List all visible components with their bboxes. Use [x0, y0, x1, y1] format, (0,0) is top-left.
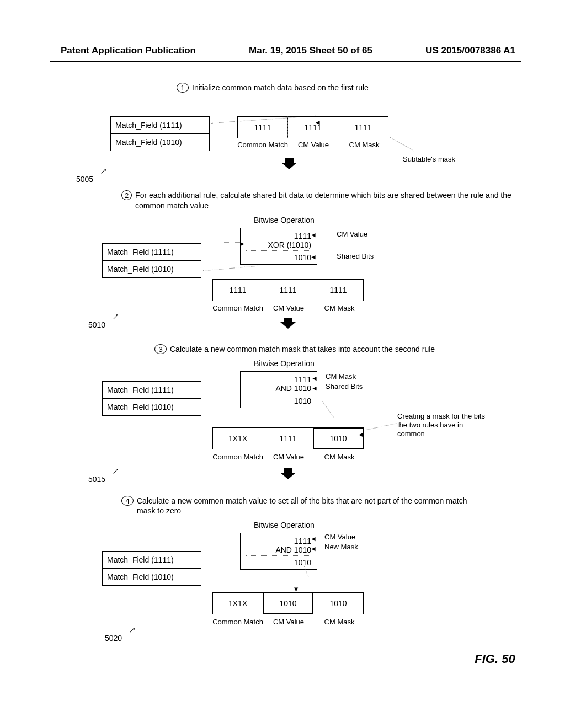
step-2-marker: 2 [121, 190, 132, 200]
header-right: US 2015/0078386 A1 [425, 45, 515, 56]
ref-5015: 5015 [88, 475, 105, 484]
bitop-row: 1010 [246, 253, 311, 262]
label-cm-mask: CM Mask [339, 141, 390, 149]
ref-5010: 5010 [88, 320, 105, 329]
pointer-icon: ◄ [310, 231, 317, 239]
bitop-box-4: 1111 AND 1010 1010 [240, 533, 317, 570]
match-field-row: Match_Field (1111) [103, 382, 201, 399]
pointer-icon: ◄ [315, 119, 321, 126]
cm-mask: 1010 [313, 592, 364, 614]
pointer-icon: ◄ [311, 384, 318, 392]
callout-line [318, 256, 335, 256]
cm-triple-3: 1X1X 1111 1010 [212, 427, 364, 449]
cm-common-match: 1111 [237, 116, 288, 138]
ref-arrow-icon: ↑ [98, 164, 110, 176]
page-header: Patent Application Publication Mar. 19, … [0, 45, 565, 56]
bitop-box-2: 1111 XOR (!1010) 1010 [240, 228, 317, 265]
match-field-table-4: Match_Field (1111) Match_Field (1010) [102, 551, 201, 586]
match-field-table-3: Match_Field (1111) Match_Field (1010) [102, 381, 201, 416]
bitop-row: XOR (!1010) [246, 240, 311, 249]
callout-line [203, 265, 258, 271]
label-cm-mask: CM Mask [314, 304, 365, 312]
callout-line [390, 137, 414, 151]
cm-common-match: 1X1X [212, 427, 263, 449]
bitop-row: AND 1010 [246, 384, 311, 393]
step-1: 1 Initialize common match data based on … [177, 83, 521, 93]
bitop-title: Bitwise Operation [254, 521, 315, 529]
callout-line [318, 234, 335, 234]
down-arrow-icon [280, 468, 296, 479]
cm-mask: 1111 [338, 116, 388, 138]
step-2: 2 For each additional rule, calculate sh… [121, 190, 521, 211]
match-field-row: Match_Field (1010) [103, 569, 201, 585]
match-field-row: Match_Field (1010) [103, 399, 201, 415]
bitop-divider [246, 250, 311, 251]
ref-arrow-icon: ↑ [127, 624, 138, 635]
pointer-icon: ◄ [310, 253, 317, 261]
callout-line [321, 399, 334, 417]
step-3: 3 Calculate a new common match mask that… [154, 344, 521, 355]
match-field-table-2: Match_Field (1111) Match_Field (1010) [102, 243, 201, 278]
bitop-divider [246, 555, 311, 556]
header-rule [50, 61, 521, 62]
cm-value: 1111 [287, 116, 338, 138]
step-3-marker: 3 [154, 344, 167, 354]
pointer-icon: ◄ [358, 431, 364, 438]
step-2-text: For each additional rule, calculate shar… [135, 190, 521, 211]
stage-2: Bitwise Operation Match_Field (1111) Mat… [50, 216, 521, 334]
cm-common-match: 1111 [212, 279, 263, 301]
callout-line [221, 242, 240, 243]
cm-value: 1111 [263, 427, 313, 449]
label-cm-mask: CM Mask [314, 453, 365, 461]
step-4-text: Calculate a new common match value to se… [137, 496, 468, 517]
pointer-icon: ◄ [310, 535, 317, 543]
step-3-text: Calculate a new common match mask that t… [170, 344, 435, 355]
header-left: Patent Application Publication [61, 45, 196, 56]
cm-mask: 1111 [313, 279, 364, 301]
label-cm-value: CM Value [263, 304, 314, 312]
cm-common-match: 1X1X [212, 592, 263, 614]
cm-triple-labels: Common Match CM Value CM Mask [212, 304, 365, 312]
callout-line [366, 423, 396, 430]
figure-caption: FIG. 50 [259, 652, 565, 666]
cm-triple-labels: Common Match CM Value CM Mask [212, 618, 365, 626]
stage-1: Match_Field (1111) Match_Field (1010) 11… [50, 98, 521, 180]
down-arrow-icon [280, 318, 296, 329]
anno-cm-value: CM Value [324, 533, 355, 542]
match-field-row: Match_Field (1010) [103, 261, 201, 277]
ref-arrow-icon: ↑ [110, 464, 122, 476]
bitop-row: 1010 [246, 558, 311, 567]
step-1-marker: 1 [177, 83, 189, 93]
right-note-mask: Creating a mask for the bits the two rul… [397, 412, 486, 439]
ref-arrow-icon: ↑ [110, 310, 122, 322]
label-cm-value: CM Value [288, 141, 339, 149]
label-cm-value: CM Value [263, 453, 314, 461]
bitop-title: Bitwise Operation [254, 359, 315, 368]
ref-5020: 5020 [105, 634, 122, 643]
label-cm-value: CM Value [263, 618, 314, 626]
subtable-mask-label: Subtable's mask [403, 155, 455, 163]
cm-mask: 1010 [313, 427, 364, 449]
step-4: 4 Calculate a new common match value to … [121, 496, 521, 517]
cm-value: 1111 [263, 279, 313, 301]
match-field-row: Match_Field (1111) [103, 244, 201, 261]
step-1-text: Initialize common match data based on th… [192, 83, 369, 93]
bitop-row: 1111 [246, 375, 311, 384]
match-field-row: Match_Field (1111) [103, 552, 201, 569]
cm-triple-4: 1X1X 1010 1010 [212, 592, 364, 614]
bitop-row: 1010 [246, 397, 311, 405]
bitop-row: 1111 [246, 537, 311, 545]
anno-cm-value: CM Value [337, 230, 367, 239]
bitop-title: Bitwise Operation [254, 216, 315, 224]
bitop-row: 1111 [246, 232, 311, 240]
anno-new-mask: New Mask [324, 543, 358, 552]
cm-triple-1: 1111 1111 1111 [237, 116, 388, 138]
match-field-row: Match_Field (1111) [111, 117, 209, 134]
ref-5005: 5005 [76, 175, 93, 184]
pointer-icon: ◄ [311, 374, 318, 382]
label-common-match: Common Match [212, 453, 263, 461]
cm-triple-labels: Common Match CM Value CM Mask [212, 453, 365, 461]
bitop-box-3: 1111 AND 1010 1010 [240, 371, 317, 408]
stage-3: Bitwise Operation Match_Field (1111) Mat… [50, 359, 521, 486]
label-common-match: Common Match [212, 304, 263, 312]
